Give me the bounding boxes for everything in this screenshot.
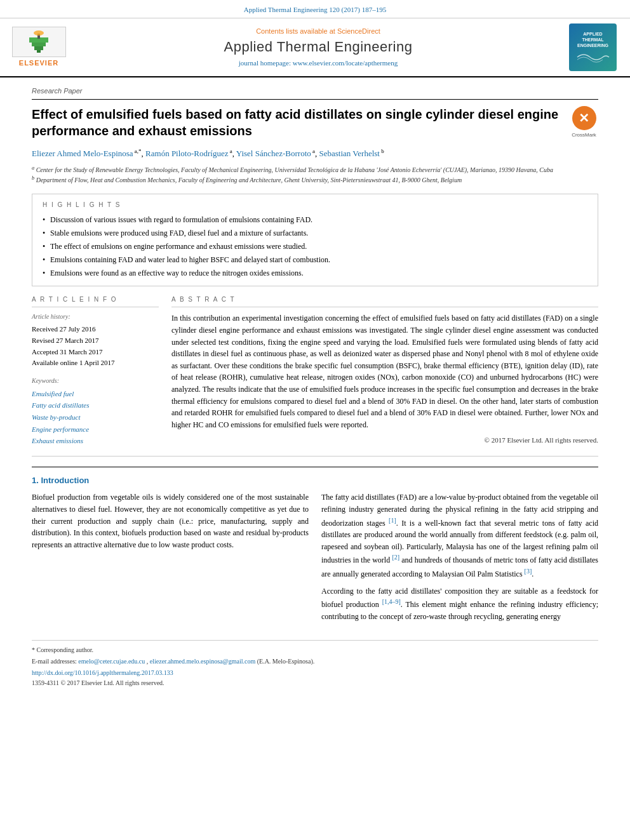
svg-point-5 <box>34 30 44 36</box>
journal-header: ELSEVIER Contents lists available at Sci… <box>0 18 630 77</box>
intro-col-left: Biofuel production from vegetable oils i… <box>32 491 309 627</box>
intro-section-title: 1. Introduction <box>32 475 598 486</box>
paper-content: Research Paper Effect of emulsified fuel… <box>0 77 630 697</box>
paper-type-label: Research Paper <box>32 86 598 99</box>
author-3[interactable]: Yisel Sánchez-Borroto <box>236 149 311 158</box>
doi-link[interactable]: http://dx.doi.org/10.1016/j.applthermale… <box>32 669 173 676</box>
affiliation-b: b Department of Flow, Heat and Combustio… <box>32 175 598 185</box>
introduction-section: 1. Introduction Biofuel production from … <box>32 467 598 627</box>
ref-1[interactable]: [1] <box>389 517 396 524</box>
journal-logo-box: APPLIED THERMAL ENGINEERING <box>569 23 617 71</box>
elsevier-wordmark: ELSEVIER <box>19 58 58 68</box>
crossmark-logo[interactable]: ✕ CrossMark <box>570 106 598 138</box>
ref-3[interactable]: [3] <box>525 568 532 575</box>
highlights-list: Discussion of various issues with regard… <box>43 213 587 279</box>
keywords-list: Emulsified fuel Fatty acid distillates W… <box>32 388 159 447</box>
crossmark-icon: ✕ <box>579 109 589 127</box>
email-2-link[interactable]: eliezer.ahmed.melo.espinosa@gmail.com <box>150 658 255 665</box>
footer-doi: http://dx.doi.org/10.1016/j.applthermale… <box>32 669 598 677</box>
journal-homepage-url: www.elsevier.com/locate/apthermeng <box>293 59 398 67</box>
email-suffix: (E.A. Melo-Espinosa). <box>257 658 315 665</box>
highlights-title: H I G H L I G H T S <box>43 201 587 210</box>
paper-footer: * Corresponding author. E-mail addresses… <box>32 640 598 688</box>
keyword-5[interactable]: Exhaust emissions <box>32 435 159 447</box>
journal-homepage: journal homepage: www.elsevier.com/locat… <box>77 58 559 68</box>
highlight-item: Stable emulsions were produced using FAD… <box>43 227 587 240</box>
sciencedirect-name: ScienceDirect <box>337 27 380 35</box>
elsevier-logo: ELSEVIER <box>10 27 67 68</box>
intro-para-3: According to the fatty acid distillates'… <box>321 585 598 623</box>
journal-title: Applied Thermal Engineering <box>77 37 559 57</box>
abstract-text: In this contribution an experimental inv… <box>171 312 598 430</box>
email-label: E-mail addresses: <box>32 658 77 665</box>
article-info-abstract: A R T I C L E I N F O Article history: R… <box>32 295 598 447</box>
article-history-label: Article history: <box>32 312 159 321</box>
affiliations: a Center for the Study of Renewable Ener… <box>32 164 598 185</box>
sciencedirect-text: Contents lists available at ScienceDirec… <box>77 27 559 36</box>
elsevier-logo-image <box>12 27 66 57</box>
intro-col-right: The fatty acid distillates (FAD) are a l… <box>321 491 598 627</box>
author-3-sup: a <box>311 148 315 154</box>
footer-issn: 1359-4311 © 2017 Elsevier Ltd. All right… <box>32 679 598 688</box>
crossmark-label: CrossMark <box>572 131 596 138</box>
received-date: Received 27 July 2016 <box>32 324 159 335</box>
intro-para-1: Biofuel production from vegetable oils i… <box>32 491 309 550</box>
authors-list: Eliezer Ahmed Melo-Espinosa a,*, Ramón P… <box>32 147 598 161</box>
author-1-sup: a,* <box>133 148 142 154</box>
affiliation-a: a Center for the Study of Renewable Ener… <box>32 164 598 175</box>
ref-2[interactable]: [2] <box>392 554 399 561</box>
abstract-column: A B S T R A C T In this contribution an … <box>171 295 598 447</box>
accepted-date: Accepted 31 March 2017 <box>32 347 159 358</box>
highlight-item: Emulsions containing FAD and water lead … <box>43 253 587 267</box>
section-divider <box>32 456 598 457</box>
crossmark-circle: ✕ <box>572 106 596 130</box>
author-4[interactable]: Sebastian Verhelst <box>319 149 380 158</box>
highlight-item: Emulsions were found as an effective way… <box>43 267 587 280</box>
intro-two-col: Biofuel production from vegetable oils i… <box>32 491 598 627</box>
author-2-sup: a <box>228 148 232 154</box>
footnote-star: * Corresponding author. <box>32 646 598 655</box>
article-info-title: A R T I C L E I N F O <box>32 295 159 307</box>
paper-title: Effect of emulsified fuels based on fatt… <box>32 106 560 139</box>
journal-logo-right: APPLIED THERMAL ENGINEERING <box>569 23 620 71</box>
highlight-item: Discussion of various issues with regard… <box>43 213 587 227</box>
author-4-sup: b <box>380 148 384 154</box>
abstract-copyright: © 2017 Elsevier Ltd. All rights reserved… <box>171 436 598 445</box>
intro-para-2: The fatty acid distillates (FAD) are a l… <box>321 491 598 580</box>
keywords-label: Keywords: <box>32 377 159 385</box>
author-2[interactable]: Ramón Piloto-Rodríguez <box>145 149 228 158</box>
highlights-section: H I G H L I G H T S Discussion of variou… <box>32 194 598 286</box>
top-bar: Applied Thermal Engineering 120 (2017) 1… <box>0 0 630 18</box>
journal-center-info: Contents lists available at ScienceDirec… <box>67 27 569 69</box>
article-info-column: A R T I C L E I N F O Article history: R… <box>32 295 159 447</box>
author-1[interactable]: Eliezer Ahmed Melo-Espinosa <box>32 149 133 158</box>
journal-citation-link[interactable]: Applied Thermal Engineering 120 (2017) 1… <box>244 6 386 13</box>
title-area: Effect of emulsified fuels based on fatt… <box>32 106 598 139</box>
footer-emails: E-mail addresses: emelo@ceter.cujae.edu.… <box>32 657 598 666</box>
ref-4[interactable]: [1,4–9] <box>382 598 401 605</box>
highlight-item: The effect of emulsions on engine perfor… <box>43 240 587 253</box>
keyword-1[interactable]: Emulsified fuel <box>32 388 159 400</box>
revised-date: Revised 27 March 2017 <box>32 335 159 347</box>
available-date: Available online 1 April 2017 <box>32 357 159 369</box>
email-1-link[interactable]: emelo@ceter.cujae.edu.cu <box>78 658 145 665</box>
keyword-2[interactable]: Fatty acid distillates <box>32 399 159 411</box>
journal-logo-text: APPLIED THERMAL ENGINEERING <box>577 31 608 48</box>
abstract-title: A B S T R A C T <box>171 295 598 307</box>
keyword-3[interactable]: Waste by-product <box>32 411 159 423</box>
keyword-4[interactable]: Engine performance <box>32 423 159 436</box>
